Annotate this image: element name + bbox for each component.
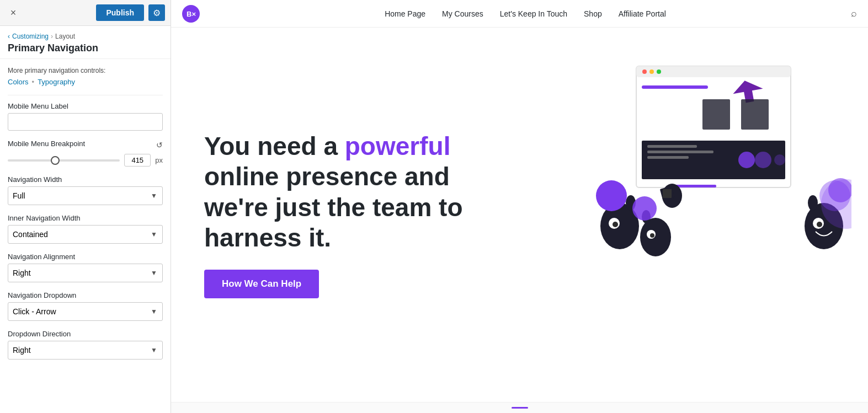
- inner-nav-width-label: Inner Navigation Width: [8, 214, 163, 222]
- breakpoint-unit: px: [155, 156, 163, 164]
- nav-dropdown-select[interactable]: Click - Arrow Hover Click: [8, 302, 163, 321]
- colors-link[interactable]: Colors: [8, 78, 29, 86]
- links-row: Colors • Typography: [8, 78, 163, 86]
- typography-link[interactable]: Typography: [38, 78, 75, 86]
- pagination-dot: [512, 407, 528, 409]
- main-area: B× Home Page My Courses Let's Keep In To…: [171, 0, 868, 413]
- cta-button[interactable]: How We Can Help: [204, 270, 319, 298]
- svg-point-13: [755, 152, 771, 168]
- dropdown-direction-wrapper: Right Left ▼: [8, 341, 163, 360]
- hero-headline-part1: You need a: [204, 132, 345, 160]
- svg-rect-10: [647, 151, 713, 153]
- mobile-menu-label-input[interactable]: [8, 113, 163, 131]
- mobile-menu-label-field-label: Mobile Menu Label: [8, 102, 163, 110]
- panel-header: ‹ Customizing › Layout Primary Navigatio…: [0, 26, 171, 59]
- nav-alignment-label: Navigation Alignment: [8, 253, 163, 261]
- svg-point-5: [657, 69, 661, 74]
- inner-nav-width-section: Inner Navigation Width Contained Full ▼: [8, 214, 163, 244]
- svg-rect-31: [663, 189, 672, 198]
- dropdown-direction-section: Dropdown Direction Right Left ▼: [8, 330, 163, 360]
- svg-point-35: [808, 195, 818, 211]
- svg-rect-17: [741, 99, 769, 130]
- mobile-menu-breakpoint-label: Mobile Menu Breakpoint: [8, 140, 85, 148]
- svg-rect-6: [642, 85, 708, 89]
- svg-point-4: [649, 69, 654, 74]
- svg-point-28: [632, 196, 657, 221]
- more-controls-label: More primary navigation controls:: [8, 67, 163, 74]
- nav-lets-keep[interactable]: Let's Keep In Touch: [500, 9, 567, 18]
- panel-title: Primary Navigation: [8, 42, 163, 54]
- inner-nav-width-wrapper: Contained Full ▼: [8, 225, 163, 244]
- dropdown-direction-label: Dropdown Direction: [8, 330, 163, 338]
- svg-point-3: [642, 69, 647, 74]
- back-arrow[interactable]: ‹: [8, 33, 10, 40]
- logo-circle: B×: [182, 5, 200, 23]
- hero-headline-part2: online presence and we're just the team …: [204, 162, 463, 251]
- more-controls-section: More primary navigation controls: Colors…: [8, 67, 163, 86]
- publish-button[interactable]: Publish: [96, 4, 144, 21]
- customizing-link[interactable]: Customizing: [12, 33, 49, 40]
- svg-point-26: [650, 233, 654, 238]
- close-button[interactable]: ×: [6, 5, 21, 20]
- nav-alignment-section: Navigation Alignment Right Left Center ▼: [8, 253, 163, 282]
- nav-affiliate-portal[interactable]: Affiliate Portal: [619, 9, 666, 18]
- hero-text: You need a powerful online presence and …: [204, 131, 513, 298]
- svg-point-24: [640, 218, 671, 256]
- dot-separator: •: [32, 78, 35, 86]
- inner-nav-width-select[interactable]: Contained Full: [8, 225, 163, 244]
- left-panel: × Publish ⚙ ‹ Customizing › Layout Prima…: [0, 0, 171, 413]
- nav-home-page[interactable]: Home Page: [385, 9, 425, 18]
- hero-headline-accent: powerful: [345, 132, 451, 160]
- nav-width-section: Navigation Width Full Contained ▼: [8, 175, 163, 205]
- svg-point-12: [738, 152, 755, 168]
- breadcrumb: ‹ Customizing › Layout: [8, 33, 163, 40]
- nav-shop[interactable]: Shop: [584, 9, 602, 18]
- reset-icon[interactable]: ↺: [156, 141, 163, 149]
- settings-button[interactable]: ⚙: [148, 4, 165, 21]
- dropdown-direction-select[interactable]: Right Left: [8, 341, 163, 360]
- site-nav: B× Home Page My Courses Let's Keep In To…: [171, 0, 868, 28]
- svg-point-23: [596, 180, 627, 211]
- layout-link: Layout: [55, 33, 75, 40]
- svg-point-14: [774, 154, 785, 165]
- nav-width-wrapper: Full Contained ▼: [8, 186, 163, 205]
- nav-dropdown-label: Navigation Dropdown: [8, 291, 163, 299]
- slider-row: 415 px: [8, 154, 163, 167]
- hero-illustration: [576, 55, 851, 265]
- nav-alignment-wrapper: Right Left Center ▼: [8, 264, 163, 282]
- mobile-menu-label-section: Mobile Menu Label: [8, 102, 163, 131]
- nav-dropdown-wrapper: Click - Arrow Hover Click ▼: [8, 302, 163, 321]
- svg-rect-11: [647, 156, 689, 159]
- svg-text:B×: B×: [187, 10, 196, 18]
- top-bar: × Publish ⚙: [0, 0, 171, 26]
- svg-rect-9: [647, 145, 697, 148]
- hero-area: You need a powerful online presence and …: [171, 28, 868, 402]
- search-icon[interactable]: ⌕: [851, 8, 857, 19]
- site-logo: B×: [182, 5, 200, 23]
- nav-alignment-select[interactable]: Right Left Center: [8, 264, 163, 282]
- nav-dropdown-section: Navigation Dropdown Click - Arrow Hover …: [8, 291, 163, 321]
- hero-headline: You need a powerful online presence and …: [204, 131, 513, 253]
- panel-body: More primary navigation controls: Colors…: [0, 59, 171, 413]
- breakpoint-value-input[interactable]: 415: [124, 154, 151, 167]
- svg-point-20: [613, 222, 618, 227]
- nav-width-label: Navigation Width: [8, 175, 163, 184]
- nav-width-select[interactable]: Full Contained: [8, 186, 163, 205]
- svg-rect-16: [702, 99, 730, 130]
- breadcrumb-separator: ›: [51, 33, 53, 40]
- site-nav-links: Home Page My Courses Let's Keep In Touch…: [216, 9, 834, 18]
- mobile-menu-breakpoint-section: Mobile Menu Breakpoint ↺ 415 px: [8, 140, 163, 167]
- nav-my-courses[interactable]: My Courses: [442, 9, 483, 18]
- bottom-bar: [171, 402, 868, 413]
- svg-point-34: [817, 222, 822, 227]
- breakpoint-slider[interactable]: [8, 159, 120, 162]
